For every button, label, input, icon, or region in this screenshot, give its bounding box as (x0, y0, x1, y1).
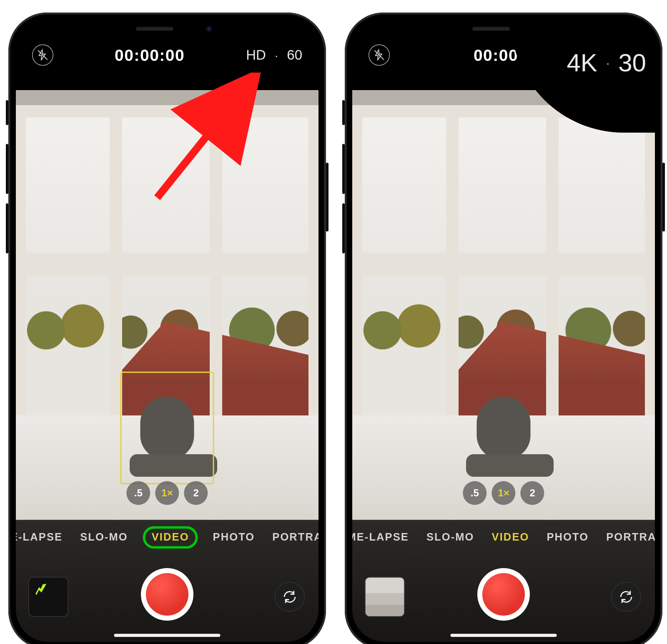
mode-portrait[interactable]: PORTRAI (606, 531, 655, 544)
mode-photo[interactable]: PHOTO (547, 531, 589, 544)
mode-slomo[interactable]: SLO-MO (80, 531, 128, 544)
flash-off-icon (37, 49, 49, 61)
zoom-controls[interactable]: .5 1× 2 (463, 481, 544, 505)
mode-video[interactable]: VIDEO (492, 531, 529, 544)
subject-buddha (466, 397, 541, 484)
record-button[interactable] (141, 568, 193, 621)
home-indicator[interactable] (451, 634, 557, 637)
svg-line-1 (157, 85, 248, 198)
camera-flip-button[interactable] (275, 582, 305, 612)
record-button[interactable] (477, 568, 530, 621)
last-capture-thumbnail[interactable] (28, 577, 68, 617)
home-indicator[interactable] (114, 634, 221, 637)
phone-left: 00:00:00 HD · 60 (8, 13, 326, 644)
camera-app: 00:00:00 4K · 30 (352, 20, 655, 642)
mode-timelapse[interactable]: ME-LAPSE (16, 531, 63, 544)
flash-toggle[interactable] (32, 45, 53, 66)
zoom-2x[interactable]: 2 (184, 481, 208, 505)
mode-timelapse[interactable]: ME-LAPSE (352, 531, 409, 544)
focus-indicator (120, 372, 214, 484)
flip-camera-icon (618, 589, 634, 605)
flip-camera-icon (282, 589, 298, 605)
mode-selector[interactable]: ME-LAPSE SLO-MO VIDEO PHOTO PORTRAIT (16, 526, 318, 549)
mode-portrait[interactable]: PORTRAIT (272, 531, 318, 544)
zoom-0-5x[interactable]: .5 (126, 481, 150, 505)
mode-selector[interactable]: ME-LAPSE SLO-MO VIDEO PHOTO PORTRAI (352, 526, 655, 549)
zoom-2x[interactable]: 2 (521, 481, 544, 505)
annotation-arrow (145, 73, 270, 210)
separator-dot: · (606, 56, 609, 70)
mode-video[interactable]: VIDEO (145, 529, 196, 546)
notch (102, 20, 233, 38)
zoom-0-5x[interactable]: .5 (463, 481, 486, 505)
fps-label[interactable]: 60 (287, 47, 302, 63)
mode-slomo[interactable]: SLO-MO (426, 531, 474, 544)
flash-toggle[interactable] (369, 45, 390, 66)
camera-flip-button[interactable] (611, 582, 641, 612)
bottom-controls: ME-LAPSE SLO-MO VIDEO PHOTO PORTRAI (352, 520, 655, 642)
resolution-fps-selector[interactable]: 4K · 30 (567, 49, 647, 77)
resolution-label[interactable]: 4K (567, 49, 597, 77)
resolution-label[interactable]: HD (246, 47, 266, 63)
zoom-controls[interactable]: .5 1× 2 (126, 481, 208, 505)
zoom-1x[interactable]: 1× (155, 481, 179, 505)
last-capture-thumbnail[interactable] (365, 577, 405, 617)
flash-off-icon (373, 49, 386, 61)
zoom-1x[interactable]: 1× (491, 481, 515, 505)
viewfinder[interactable]: .5 1× 2 (352, 90, 655, 520)
fps-label[interactable]: 30 (618, 49, 646, 77)
record-timer: 00:00:00 (115, 45, 185, 65)
resolution-fps-selector[interactable]: HD · 60 (246, 47, 302, 63)
bottom-controls: ME-LAPSE SLO-MO VIDEO PHOTO PORTRAIT (16, 520, 318, 642)
mode-photo[interactable]: PHOTO (213, 531, 255, 544)
separator-dot: · (275, 48, 278, 63)
phone-right: 00:00:00 4K · 30 (345, 13, 662, 644)
